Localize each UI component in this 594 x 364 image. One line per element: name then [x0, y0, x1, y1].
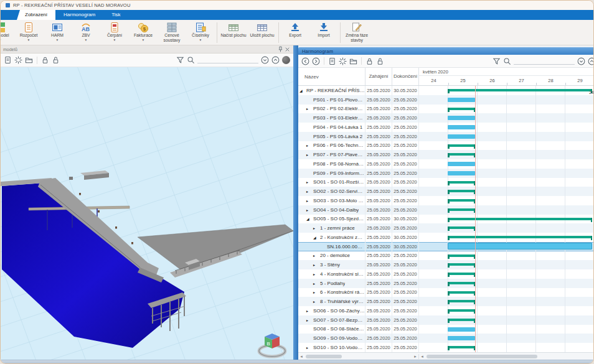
tab-harmonogram[interactable]: Harmonogram: [55, 10, 103, 20]
gantt-row[interactable]: ▸SO03 - SO 03-Molo - pevn...25.05.202025…: [298, 196, 594, 205]
gantt-row[interactable]: ▸SO01 - SO 01-Rozšíření pří...25.05.2020…: [298, 178, 594, 187]
expand-icon[interactable]: ▸: [306, 318, 313, 322]
expand-all-icon[interactable]: [577, 57, 585, 65]
expand-icon[interactable]: ▸: [306, 309, 313, 313]
expand-icon[interactable]: ▸: [313, 299, 320, 304]
scroll-right-icon[interactable]: ▸: [412, 354, 418, 359]
gantt-bar[interactable]: [448, 218, 592, 220]
close-icon[interactable]: [284, 46, 291, 53]
collapse-all-icon[interactable]: [271, 56, 280, 64]
gantt-row[interactable]: PS08 - PS 08-Norná stěna25.05.202025.05.…: [298, 159, 594, 169]
collapse-icon[interactable]: ◢: [306, 217, 313, 221]
chart-scrollbar[interactable]: ◂: [419, 354, 594, 359]
expand-icon[interactable]: ▸: [313, 253, 320, 258]
gantt-bar[interactable]: [448, 116, 475, 120]
expand-icon[interactable]: ▸: [306, 198, 313, 203]
filter-icon[interactable]: [176, 56, 184, 64]
tab-tisk[interactable]: Tisk: [103, 10, 128, 20]
folder-icon[interactable]: [25, 56, 33, 64]
gantt-row[interactable]: ▸SO07 - SO 07-Bezpečnost...25.05.202025.…: [298, 315, 594, 325]
ribbon-button-fakturace[interactable]: $Fakturace▾: [129, 21, 158, 45]
gantt-bar[interactable]: [448, 125, 475, 129]
ribbon-button-import[interactable]: Import: [309, 21, 338, 45]
gantt-bar[interactable]: [448, 144, 475, 147]
collapse-all-icon[interactable]: [588, 57, 594, 65]
gantt-bar[interactable]: [448, 282, 475, 284]
expand-icon[interactable]: ▸: [306, 106, 313, 111]
explode-icon[interactable]: [339, 57, 347, 65]
expand-icon[interactable]: ▸: [313, 263, 320, 267]
ribbon-button-3d-model[interactable]: 3D model▾: [1, 21, 14, 45]
expand-icon[interactable]: ▸: [313, 226, 320, 230]
gantt-row[interactable]: PS03 - PS 03-Elektroobjekt...25.05.20202…: [298, 113, 594, 123]
gantt-row[interactable]: ▸PS06 - PS 06-Technologie...25.05.202025…: [298, 141, 594, 151]
gantt-bar[interactable]: [448, 273, 475, 275]
expand-icon[interactable]: ▸: [306, 180, 313, 184]
expand-icon[interactable]: ▸: [306, 208, 313, 212]
gantt-row[interactable]: ▸PS02 - PS 02-Elektroobjekt...25.05.2020…: [298, 105, 594, 114]
gantt-row[interactable]: ▸5 - Podlahy25.05.202025.05.2020: [298, 279, 594, 288]
gantt-bar[interactable]: [448, 254, 475, 257]
document-icon[interactable]: [328, 57, 336, 65]
gantt-row[interactable]: ▸6 - Konstrukční rámová...25.05.202025.0…: [298, 288, 594, 297]
gantt-row[interactable]: ▸SO04 - SO 04-Dalby25.05.202025.05.2020: [298, 205, 594, 215]
gantt-bar[interactable]: [448, 171, 475, 175]
expand-icon[interactable]: ▸: [306, 152, 313, 157]
ribbon-button-zmena-faze[interactable]: Změna fáze stavby: [342, 21, 371, 45]
expand-icon[interactable]: ▸: [306, 345, 313, 350]
folder-icon[interactable]: [349, 57, 357, 65]
gantt-bar[interactable]: [448, 98, 475, 102]
gantt-bar[interactable]: [448, 190, 475, 192]
gantt-row[interactable]: ▸3 - Stěny25.05.202025.05.2020: [298, 260, 594, 269]
ribbon-button-cerpani[interactable]: Čerpání▾: [100, 21, 129, 45]
filter-icon[interactable]: [493, 57, 501, 65]
ribbon-button-export[interactable]: Export: [281, 21, 309, 45]
scroll-thumb[interactable]: [306, 355, 342, 358]
pin-icon[interactable]: [277, 46, 284, 53]
gantt-bar[interactable]: [448, 162, 475, 166]
gantt-bar[interactable]: [448, 291, 475, 294]
gantt-row[interactable]: PS09 - PS 09-Informační sy...25.05.20202…: [298, 169, 594, 178]
gantt-bar[interactable]: [448, 89, 592, 91]
gantt-bar[interactable]: [448, 199, 475, 202]
3d-viewport[interactable]: B: [1, 67, 293, 360]
gantt-bar[interactable]: [448, 236, 592, 238]
gantt-row[interactable]: PS05 - PS 05-Lávka 225.05.202025.05.2020: [298, 132, 594, 141]
gantt-row[interactable]: ▸SO02 - SO 02-Servisní cent...25.05.2020…: [298, 187, 594, 196]
gantt-bar[interactable]: [448, 309, 475, 312]
gantt-row[interactable]: ◢SO05 - SO 05-Sjezd do vody25.05.202030.…: [298, 215, 594, 224]
gantt-bar[interactable]: [448, 134, 475, 139]
render-sphere-icon[interactable]: [282, 56, 290, 64]
gantt-bar[interactable]: [448, 327, 475, 332]
gantt-bar[interactable]: [448, 226, 475, 229]
column-header-end[interactable]: Dokončení: [392, 68, 419, 85]
ribbon-button-ciselniky[interactable]: Číselníky▾: [186, 21, 215, 45]
gantt-bar[interactable]: [448, 181, 475, 184]
table-scrollbar[interactable]: ◂ ▸: [298, 354, 419, 359]
gantt-row[interactable]: PS04 - PS 04-Lávka 125.05.202025.05.2020: [298, 123, 594, 132]
gantt-bar[interactable]: [448, 336, 475, 340]
gantt-bar[interactable]: [448, 263, 475, 266]
gantt-bar[interactable]: [448, 153, 475, 156]
gantt-row[interactable]: ▸4 - Konstrukční sloupy25.05.202025.05.2…: [298, 269, 594, 279]
gantt-row[interactable]: ▸1 - zemní práce25.05.202025.05.2020: [298, 223, 594, 233]
gantt-row[interactable]: ▸SO10 - SO 10-Vodovodní...25.05.202025.0…: [298, 343, 594, 352]
lock-icon[interactable]: [41, 56, 49, 64]
lock-icon[interactable]: [365, 57, 374, 65]
ribbon-button-rozpocet[interactable]: Rozpočet▾: [14, 21, 43, 45]
ribbon-button-nacist-plochu[interactable]: Načíst plochu: [219, 21, 248, 45]
document-icon[interactable]: [4, 56, 12, 64]
gantt-bar[interactable]: [448, 208, 475, 211]
collapse-icon[interactable]: ◢: [313, 235, 320, 240]
gantt-row[interactable]: ◢RP - REKREAČNÍ PŘÍSTAV VESE...25.05.202…: [298, 86, 594, 95]
panel-splitter[interactable]: [293, 45, 298, 360]
explode-icon[interactable]: [14, 56, 22, 64]
column-header-name[interactable]: Název: [298, 68, 365, 85]
scroll-thumb[interactable]: [427, 355, 537, 358]
gantt-search-input[interactable]: [514, 58, 575, 65]
gantt-row[interactable]: SO09 - SO 09-Vodovodní...25.05.202025.05…: [298, 334, 594, 343]
back-icon[interactable]: [301, 57, 309, 65]
nav-cube-icon[interactable]: B: [255, 330, 290, 358]
ribbon-button-ulozit-plochu[interactable]: Uložit plochu: [248, 21, 276, 45]
gantt-row[interactable]: SO08 - SO 08-Stáčecí místo25.05.202025.0…: [298, 325, 594, 334]
